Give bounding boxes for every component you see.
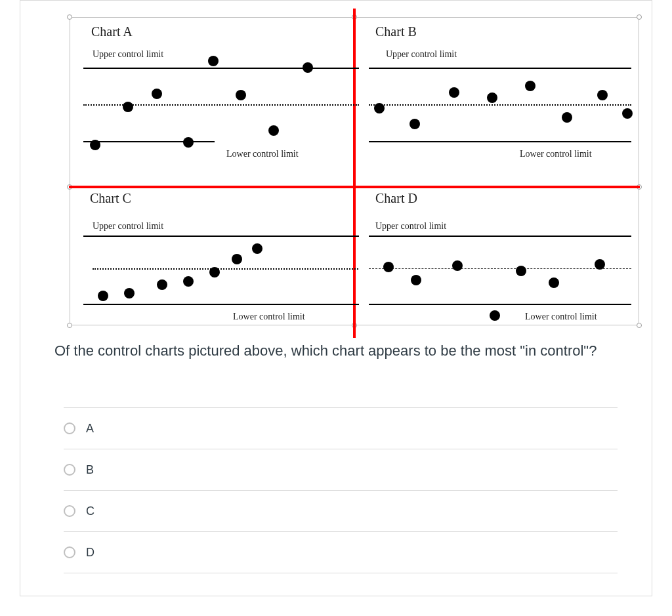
data-point — [232, 254, 242, 264]
data-point — [449, 87, 459, 98]
radio-icon — [64, 546, 75, 558]
center-line — [93, 268, 358, 270]
chart-c: Chart C Upper control limit Lower contro… — [83, 190, 359, 321]
resize-handle-icon — [67, 14, 72, 20]
option-label: C — [86, 504, 94, 518]
data-point — [157, 279, 167, 290]
data-point — [98, 291, 108, 301]
ucl-line — [369, 68, 631, 69]
resize-handle-icon — [637, 14, 642, 20]
option-label: D — [86, 546, 94, 560]
resize-handle-icon — [637, 323, 642, 328]
data-point — [411, 275, 421, 285]
data-point — [183, 137, 194, 148]
data-point — [303, 62, 313, 73]
data-point — [622, 108, 633, 119]
chart-a: Chart A Upper control limit Lower contro… — [83, 22, 359, 176]
chart-title: Chart A — [91, 24, 133, 39]
center-line — [369, 104, 631, 106]
lcl-line — [369, 141, 631, 142]
data-point — [595, 259, 605, 270]
divider-horizontal — [69, 186, 640, 188]
resize-handle-icon — [67, 323, 72, 328]
data-point — [383, 262, 394, 272]
data-point — [597, 90, 608, 100]
data-point — [490, 310, 500, 321]
answer-option-c[interactable]: C — [64, 490, 618, 531]
answer-options: A B C D — [64, 407, 618, 573]
data-point — [252, 243, 262, 254]
lcl-line — [83, 304, 359, 305]
center-line — [369, 268, 631, 269]
question-card: Chart A Upper control limit Lower contro… — [20, 0, 652, 596]
radio-icon — [64, 505, 75, 517]
data-point — [152, 89, 162, 99]
option-label: A — [86, 422, 94, 436]
answer-option-d[interactable]: D — [64, 531, 618, 573]
data-point — [516, 266, 526, 276]
ucl-label: Upper control limit — [93, 221, 163, 232]
ucl-label: Upper control limit — [93, 49, 163, 60]
data-point — [374, 103, 385, 113]
data-point — [562, 112, 572, 123]
lcl-label: Lower control limit — [520, 149, 592, 159]
answer-option-b[interactable]: B — [64, 449, 618, 490]
ucl-label: Upper control limit — [375, 221, 446, 232]
lcl-line — [369, 304, 631, 305]
chart-d: Chart D Upper control limit Lower contro… — [369, 190, 631, 321]
radio-icon — [64, 464, 75, 476]
data-point — [124, 288, 135, 298]
data-point — [236, 90, 246, 100]
chart-title: Chart B — [375, 24, 417, 39]
data-point — [452, 260, 463, 271]
chart-b: Chart B Upper control limit Lower contro… — [369, 22, 631, 176]
data-point — [410, 119, 420, 129]
data-point — [123, 102, 133, 112]
data-point — [208, 56, 219, 66]
data-point — [525, 81, 536, 91]
data-point — [549, 277, 559, 288]
lcl-label: Lower control limit — [233, 312, 305, 322]
ucl-label: Upper control limit — [386, 49, 457, 60]
ucl-line — [83, 68, 359, 69]
chart-title: Chart D — [375, 191, 417, 206]
radio-icon — [64, 422, 75, 434]
chart-title: Chart C — [90, 191, 131, 206]
control-charts-figure: Chart A Upper control limit Lower contro… — [70, 17, 639, 325]
data-point — [183, 276, 194, 287]
answer-option-a[interactable]: A — [64, 407, 618, 449]
question-text: Of the control charts pictured above, wh… — [54, 340, 618, 362]
data-point — [487, 92, 497, 103]
data-point — [90, 140, 100, 150]
lcl-label: Lower control limit — [226, 149, 299, 159]
lcl-label: Lower control limit — [525, 312, 597, 322]
data-point — [209, 267, 220, 277]
option-label: B — [86, 463, 94, 477]
ucl-line — [369, 236, 631, 237]
data-point — [268, 125, 279, 136]
ucl-line — [83, 236, 359, 237]
lcl-line — [83, 141, 215, 142]
